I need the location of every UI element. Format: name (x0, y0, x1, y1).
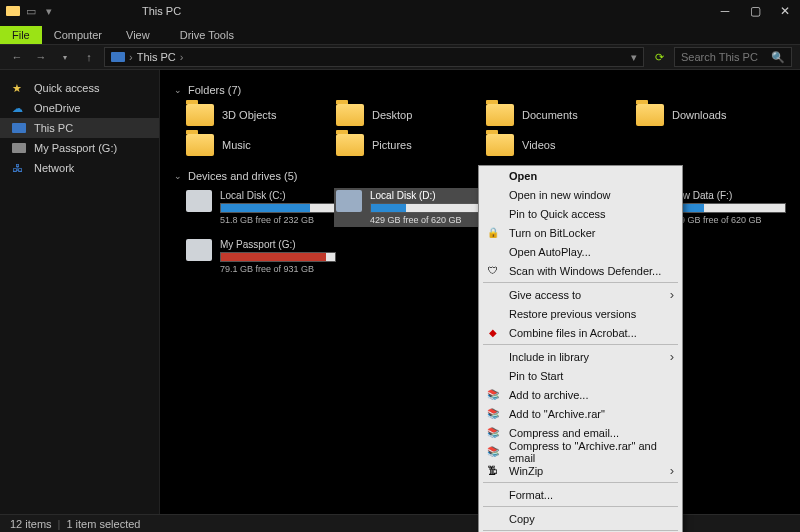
cm-give-access[interactable]: Give access to (479, 285, 682, 304)
sidebar-item-onedrive[interactable]: ☁OneDrive (0, 98, 159, 118)
folder-label: Videos (522, 139, 555, 151)
drive-free-text: 429 GB free of 620 GB (370, 215, 486, 225)
sidebar-item-label: OneDrive (34, 102, 80, 114)
cm-pin-quick-access[interactable]: Pin to Quick access (479, 204, 682, 223)
drive-c[interactable]: Local Disk (C:)51.8 GB free of 232 GB (186, 190, 336, 225)
sidebar-item-quick-access[interactable]: ★Quick access (0, 78, 159, 98)
disk-icon (336, 190, 362, 212)
sidebar-item-label: My Passport (G:) (34, 142, 117, 154)
cm-copy[interactable]: Copy (479, 509, 682, 528)
star-icon: ★ (12, 82, 26, 94)
cm-add-archive[interactable]: 📚Add to archive... (479, 385, 682, 404)
search-placeholder: Search This PC (681, 51, 758, 63)
search-input[interactable]: Search This PC 🔍 (674, 47, 792, 67)
chevron-down-icon: ⌄ (174, 171, 182, 181)
archive-icon: 📚 (486, 407, 500, 421)
maximize-button[interactable]: ▢ (740, 0, 770, 22)
computer-tab[interactable]: Computer (42, 26, 114, 44)
folder-icon (186, 104, 214, 126)
sidebar-item-network[interactable]: 🖧Network (0, 158, 159, 178)
close-button[interactable]: ✕ (770, 0, 800, 22)
dropdown-icon[interactable]: ▾ (631, 51, 637, 64)
folder-icon (186, 134, 214, 156)
back-button[interactable]: ← (8, 48, 26, 66)
minimize-button[interactable]: ─ (710, 0, 740, 22)
cm-bitlocker[interactable]: 🔒Turn on BitLocker (479, 223, 682, 242)
folder-icon (336, 104, 364, 126)
address-bar: ← → ▾ ↑ › This PC › ▾ ⟳ Search This PC 🔍 (0, 44, 800, 70)
sidebar-item-my-passport[interactable]: My Passport (G:) (0, 138, 159, 158)
cm-open-new-window[interactable]: Open in new window (479, 185, 682, 204)
lock-icon: 🔒 (486, 226, 500, 240)
drive-icon (12, 143, 26, 153)
pc-icon (12, 123, 26, 133)
folder-icon (636, 104, 664, 126)
qa-icon-1[interactable]: ▭ (24, 5, 38, 18)
cm-open[interactable]: Open (479, 166, 682, 185)
folder-icon (486, 104, 514, 126)
refresh-button[interactable]: ⟳ (650, 51, 668, 64)
sidebar-item-label: Network (34, 162, 74, 174)
cm-include-library[interactable]: Include in library (479, 347, 682, 366)
drive-free-text: 439 GB free of 620 GB (670, 215, 786, 225)
recent-button[interactable]: ▾ (56, 48, 74, 66)
drive-free-text: 79.1 GB free of 931 GB (220, 264, 336, 274)
drive-label: My Passport (G:) (220, 239, 336, 250)
network-icon: 🖧 (12, 162, 26, 174)
drive-label: Raw Data (F:) (670, 190, 786, 201)
folder-pictures[interactable]: Pictures (336, 134, 486, 156)
drive-d[interactable]: Local Disk (D:)429 GB free of 620 GB (334, 188, 488, 227)
titlebar: ▭ ▾ Manage This PC ─ ▢ ✕ (0, 0, 800, 22)
folder-desktop[interactable]: Desktop (336, 104, 486, 126)
winzip-icon: 🗜 (486, 464, 500, 478)
cm-defender[interactable]: 🛡Scan with Windows Defender... (479, 261, 682, 280)
cm-winzip[interactable]: 🗜WinZip (479, 461, 682, 480)
folder-videos[interactable]: Videos (486, 134, 636, 156)
folder-label: Downloads (672, 109, 726, 121)
folder-music[interactable]: Music (186, 134, 336, 156)
cm-add-rar[interactable]: 📚Add to "Archive.rar" (479, 404, 682, 423)
window-title: This PC (130, 2, 193, 20)
folder-documents[interactable]: Documents (486, 104, 636, 126)
drive-g[interactable]: My Passport (G:)79.1 GB free of 931 GB (186, 239, 336, 274)
folders-group-header[interactable]: ⌄Folders (7) (174, 84, 786, 96)
usage-bar (220, 252, 336, 262)
folder-3d-objects[interactable]: 3D Objects (186, 104, 336, 126)
cm-restore[interactable]: Restore previous versions (479, 304, 682, 323)
folder-downloads[interactable]: Downloads (636, 104, 786, 126)
separator (483, 530, 678, 531)
separator (483, 282, 678, 283)
folder-label: Music (222, 139, 251, 151)
folder-icon (486, 134, 514, 156)
cloud-icon: ☁ (12, 102, 26, 114)
cm-pin-start[interactable]: Pin to Start (479, 366, 682, 385)
separator (483, 344, 678, 345)
drive-free-text: 51.8 GB free of 232 GB (220, 215, 336, 225)
status-item-count: 12 items (10, 518, 52, 530)
drive-tools-tab[interactable]: Drive Tools (168, 26, 246, 44)
cm-compress-rar-email[interactable]: 📚Compress to "Archive.rar" and email (479, 442, 682, 461)
path-box[interactable]: › This PC › ▾ (104, 47, 644, 67)
separator (483, 506, 678, 507)
cm-combine-acrobat[interactable]: ◆Combine files in Acrobat... (479, 323, 682, 342)
cm-autoplay[interactable]: Open AutoPlay... (479, 242, 682, 261)
drive-label: Local Disk (C:) (220, 190, 336, 201)
sidebar-item-label: Quick access (34, 82, 99, 94)
up-button[interactable]: ↑ (80, 48, 98, 66)
disk-icon (186, 239, 212, 261)
archive-icon: 📚 (486, 426, 500, 440)
qa-icon-2[interactable]: ▾ (42, 5, 56, 18)
search-icon: 🔍 (771, 51, 785, 64)
file-tab[interactable]: File (0, 26, 42, 44)
folder-label: Desktop (372, 109, 412, 121)
app-icon (6, 6, 20, 16)
breadcrumb[interactable]: This PC (137, 51, 176, 63)
sidebar-item-this-pc[interactable]: This PC (0, 118, 159, 138)
drive-label: Local Disk (D:) (370, 190, 486, 201)
chevron-down-icon: ⌄ (174, 85, 182, 95)
folder-label: 3D Objects (222, 109, 276, 121)
cm-format[interactable]: Format... (479, 485, 682, 504)
forward-button[interactable]: → (32, 48, 50, 66)
view-tab[interactable]: View (114, 26, 162, 44)
disk-icon (186, 190, 212, 212)
